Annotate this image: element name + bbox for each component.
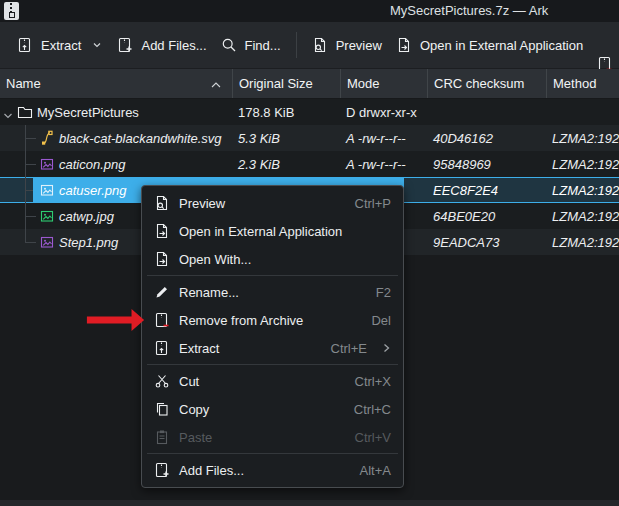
cell-mode: A -rw-r--r-- xyxy=(340,131,427,146)
submenu-arrow-icon xyxy=(382,342,391,354)
menu-separator xyxy=(147,453,398,454)
archive-add-icon xyxy=(154,462,170,478)
cell-mode: D drwxr-xr-x xyxy=(340,105,427,120)
cell-method: LZMA2:192k xyxy=(546,209,619,224)
file-name: catuser.png xyxy=(59,183,126,198)
png-image-icon xyxy=(39,182,55,198)
cell-crc: 40D46162 xyxy=(427,131,546,146)
file-name: black-cat-blackandwhite.svg xyxy=(59,131,222,146)
table-row-file[interactable]: black-cat-blackandwhite.svg 5.3 KiB A -r… xyxy=(0,125,619,151)
menu-item-preview[interactable]: Preview Ctrl+P xyxy=(142,189,403,217)
copy-icon xyxy=(154,401,170,417)
menu-item-remove-from-archive[interactable]: Remove from Archive Del xyxy=(142,306,403,334)
menu-item-add-files[interactable]: Add Files... Alt+A xyxy=(142,456,403,484)
edit-rename-icon xyxy=(154,284,170,300)
column-header-method[interactable]: Method xyxy=(546,69,619,98)
window-title: MySecretPictures.7z — Ark xyxy=(390,3,548,18)
cell-method: LZMA2:192k xyxy=(546,157,619,172)
cut-icon xyxy=(154,373,170,389)
cell-crc: EEC8F2E4 xyxy=(427,183,546,198)
png-image-icon xyxy=(39,234,55,250)
cell-size: 2.3 KiB xyxy=(232,157,340,172)
archive-extract-icon xyxy=(154,340,170,356)
sort-ascending-icon xyxy=(210,78,222,93)
column-header-mode[interactable]: Mode xyxy=(340,69,427,98)
menu-item-paste: Paste Ctrl+V xyxy=(142,423,403,451)
menu-separator xyxy=(147,364,398,365)
menu-item-open-external[interactable]: Open in External Application xyxy=(142,217,403,245)
column-header-original-size[interactable]: Original Size xyxy=(232,69,340,98)
ark-app-icon xyxy=(4,2,19,20)
png-image-icon xyxy=(39,156,55,172)
search-icon xyxy=(221,37,237,53)
document-open-icon xyxy=(154,251,170,267)
menu-separator xyxy=(147,275,398,276)
archive-remove-icon xyxy=(154,312,170,328)
context-menu: Preview Ctrl+P Open in External Applicat… xyxy=(141,185,404,488)
menu-item-open-with[interactable]: Open With... xyxy=(142,245,403,273)
expand-chevron-icon[interactable] xyxy=(3,108,13,123)
preview-button[interactable]: Preview xyxy=(305,31,389,59)
cell-size: 178.8 KiB xyxy=(232,105,340,120)
titlebar: MySecretPictures.7z — Ark xyxy=(0,0,619,22)
file-name: Step1.png xyxy=(59,235,118,250)
menu-item-cut[interactable]: Cut Ctrl+X xyxy=(142,367,403,395)
file-name: caticon.png xyxy=(59,157,126,172)
toolbar-separator xyxy=(296,32,297,58)
menu-item-copy[interactable]: Copy Ctrl+C xyxy=(142,395,403,423)
folder-icon xyxy=(17,104,33,120)
column-header-name[interactable]: Name xyxy=(0,69,232,98)
folder-name: MySecretPictures xyxy=(37,105,139,120)
extract-button[interactable]: Extract xyxy=(10,31,110,59)
document-preview-icon xyxy=(312,37,328,53)
menu-item-extract[interactable]: Extract Ctrl+E xyxy=(142,334,403,362)
file-name: catwp.jpg xyxy=(59,209,114,224)
cell-method: LZMA2:192k xyxy=(546,183,619,198)
archive-extract-icon xyxy=(17,37,33,53)
jpg-image-icon xyxy=(39,208,55,224)
document-open-external-icon xyxy=(154,223,170,239)
svg-file-icon xyxy=(39,130,55,146)
cell-size: 5.3 KiB xyxy=(232,131,340,146)
cell-method: LZMA2:192k xyxy=(546,131,619,146)
annotation-arrow-icon xyxy=(84,306,148,337)
cell-crc: 64BE0E20 xyxy=(427,209,546,224)
shortcut-label: Ctrl+P xyxy=(355,196,391,211)
window-bottom-edge xyxy=(0,500,619,506)
cell-crc: 95848969 xyxy=(427,157,546,172)
cell-crc: 9EADCA73 xyxy=(427,235,546,250)
open-external-button[interactable]: Open in External Application xyxy=(389,31,590,59)
table-header: Name Original Size Mode CRC checksum Met… xyxy=(0,69,619,99)
table-row-folder[interactable]: MySecretPictures 178.8 KiB D drwxr-xr-x xyxy=(0,99,619,125)
find-button[interactable]: Find... xyxy=(214,31,288,59)
add-files-button[interactable]: Add Files... xyxy=(110,31,213,59)
toolbar: Extract Add Files... Find... xyxy=(0,22,619,69)
document-open-external-icon xyxy=(396,37,412,53)
table-row-file[interactable]: caticon.png 2.3 KiB A -rw-r--r-- 9584896… xyxy=(0,151,619,177)
ark-window: MySecretPictures.7z — Ark Extract xyxy=(0,0,619,506)
column-header-crc[interactable]: CRC checksum xyxy=(427,69,546,98)
menu-item-rename[interactable]: Rename... F2 xyxy=(142,278,403,306)
cell-mode: A -rw-r--r-- xyxy=(340,157,427,172)
archive-add-icon xyxy=(117,37,133,53)
paste-icon xyxy=(154,429,170,445)
cell-method: LZMA2:192k xyxy=(546,235,619,250)
document-preview-icon xyxy=(154,195,170,211)
chevron-down-icon[interactable] xyxy=(91,39,103,51)
